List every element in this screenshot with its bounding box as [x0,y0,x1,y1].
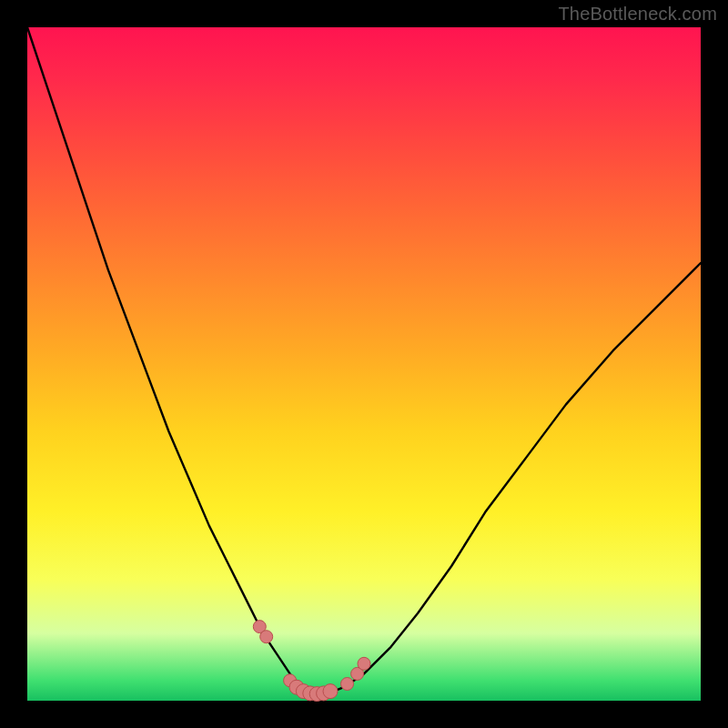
chart-svg [27,27,701,701]
curve-marker [260,631,273,643]
curve-marker [323,684,338,699]
curve-marker [358,657,370,670]
chart-frame: TheBottleneck.com [0,0,728,728]
plot-area [27,27,701,701]
attribution-label: TheBottleneck.com [558,4,717,25]
curve-marker [341,678,354,691]
curve-markers [253,621,370,702]
bottleneck-curve [27,27,701,694]
